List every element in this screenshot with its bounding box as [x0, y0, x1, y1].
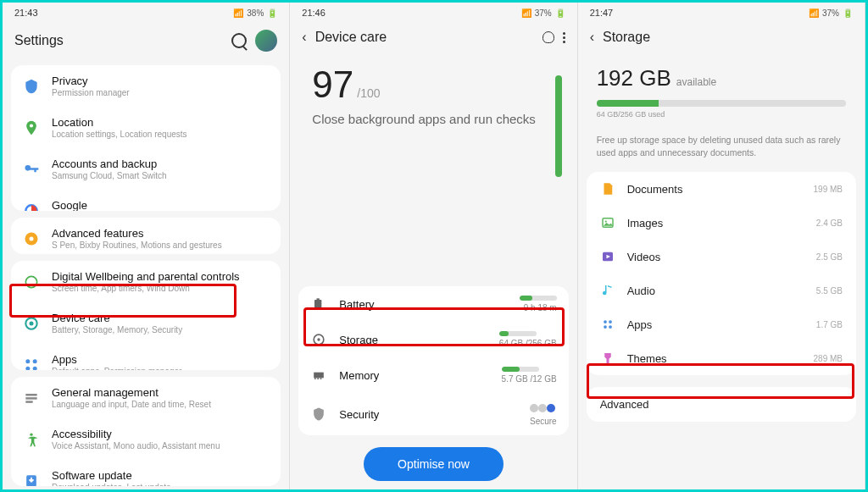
storage-cat-videos[interactable]: Videos2.5 GB [587, 240, 856, 274]
device-care-icon [23, 315, 40, 332]
videos-icon [600, 249, 615, 264]
svg-rect-20 [314, 373, 324, 379]
storage-used-text: 64 GB/256 GB used [597, 110, 846, 119]
svg-point-30 [609, 326, 612, 329]
care-item-battery[interactable]: Battery 9 h 18 m [298, 286, 568, 322]
status-bar: 21:46 📶 37%🔋 [290, 3, 576, 23]
settings-group-2: Advanced featuresS Pen, Bixby Routines, … [11, 218, 281, 254]
clock: 21:47 [590, 8, 614, 18]
storage-cat-audio[interactable]: Audio5.5 GB [587, 274, 856, 307]
storage-header: ‹ Storage [578, 23, 865, 55]
clock: 21:46 [302, 8, 326, 18]
device-care-header: ‹ Device care [290, 23, 576, 55]
settings-item-location[interactable]: LocationLocation settings, Location requ… [11, 107, 281, 148]
page-title: Settings [14, 33, 64, 48]
wellbeing-icon [23, 274, 40, 290]
settings-item-accounts[interactable]: Accounts and backupSamsung Cloud, Smart … [11, 148, 281, 190]
settings-item-google[interactable]: GoogleGoogle settings [11, 190, 281, 211]
settings-header: Settings [3, 23, 289, 62]
svg-point-28 [609, 321, 612, 324]
care-list: Battery 9 h 18 m Storage 64 GB /256 GB M… [298, 286, 568, 435]
settings-item-apps[interactable]: AppsDefault apps, Permission manager [11, 344, 281, 370]
back-icon[interactable]: ‹ [302, 30, 306, 45]
key-icon [23, 161, 40, 178]
storage-icon [310, 331, 327, 348]
score-desc: Close background apps and run checks [312, 111, 554, 128]
more-menu-icon[interactable] [563, 32, 565, 43]
status-bar: 21:47 📶 37%🔋 [578, 3, 865, 23]
status-icons: 📶 37%🔋 [809, 8, 853, 18]
storage-usage-bar [597, 100, 846, 107]
settings-item-device-care[interactable]: Device careBattery, Storage, Memory, Sec… [11, 302, 281, 344]
settings-group-4: General managementLanguage and input, Da… [11, 377, 281, 486]
battery-icon [310, 296, 327, 312]
settings-item-advanced-features[interactable]: Advanced featuresS Pen, Bixby Routines, … [11, 218, 281, 254]
storage-summary: 192 GBavailable 64 GB/256 GB used [578, 55, 865, 125]
settings-group-3: Digital Wellbeing and parental controlsS… [11, 261, 281, 370]
accessibility-icon [23, 431, 40, 448]
item-sub: Permission manager [52, 88, 269, 97]
svg-point-27 [604, 321, 607, 324]
location-icon [23, 119, 40, 136]
storage-categories: Documents199 MB Images2.4 GB Videos2.5 G… [587, 172, 856, 375]
phone-storage: 21:47 📶 37%🔋 ‹ Storage 192 GBavailable 6… [578, 3, 865, 489]
svg-rect-16 [314, 300, 321, 310]
storage-bar [499, 331, 537, 336]
optimise-button[interactable]: Optimise now [364, 447, 504, 481]
back-icon[interactable]: ‹ [590, 30, 594, 45]
memory-bar [502, 367, 539, 372]
status-icons: 📶 38%🔋 [233, 8, 277, 18]
storage-advanced[interactable]: Advanced [587, 387, 856, 422]
svg-rect-22 [318, 378, 320, 379]
storage-cat-themes[interactable]: Themes289 MB [587, 341, 856, 375]
storage-amount: 192 GB [597, 65, 671, 91]
item-label: Privacy [52, 75, 269, 87]
storage-cat-images[interactable]: Images2.4 GB [587, 206, 856, 240]
profile-avatar[interactable] [255, 30, 277, 52]
settings-group-1: PrivacyPermission manager LocationLocati… [11, 65, 281, 211]
svg-rect-13 [25, 401, 32, 403]
apps-icon [23, 357, 40, 371]
security-toggle[interactable] [530, 402, 555, 414]
settings-item-accessibility[interactable]: AccessibilityVoice Assistant, Mono audio… [11, 418, 281, 460]
audio-icon [600, 283, 615, 298]
care-item-memory[interactable]: Memory 5.7 GB /12 GB [298, 357, 568, 393]
settings-item-privacy[interactable]: PrivacyPermission manager [11, 65, 281, 107]
apps-grid-icon [600, 317, 615, 332]
svg-point-4 [25, 276, 36, 287]
clock: 21:43 [14, 8, 38, 18]
privacy-icon [23, 78, 40, 95]
search-icon[interactable] [231, 33, 247, 48]
images-icon [600, 215, 615, 230]
storage-cat-apps[interactable]: Apps1.7 GB [587, 307, 856, 341]
svg-rect-23 [320, 378, 322, 379]
status-icons: 📶 37%🔋 [521, 8, 565, 18]
tips-icon[interactable] [542, 31, 554, 43]
storage-cat-documents[interactable]: Documents199 MB [587, 172, 856, 206]
themes-icon [600, 351, 615, 366]
phone-settings: 21:43 📶 38%🔋 Settings PrivacyPermission … [3, 3, 290, 489]
svg-point-29 [604, 326, 607, 329]
svg-rect-12 [25, 397, 36, 400]
shield-icon [310, 406, 327, 423]
score-max: /100 [357, 86, 380, 100]
score-bar [555, 75, 562, 177]
storage-available-label: available [676, 76, 716, 88]
svg-point-19 [318, 338, 320, 340]
svg-rect-17 [317, 298, 320, 300]
svg-point-0 [30, 124, 33, 127]
svg-point-8 [33, 359, 37, 363]
storage-desc: Free up storage space by deleting unused… [578, 125, 865, 167]
page-title: Storage [603, 30, 650, 45]
battery-bar [520, 296, 557, 301]
documents-icon [600, 181, 615, 196]
care-item-storage[interactable]: Storage 64 GB /256 GB [298, 322, 568, 357]
svg-point-25 [604, 221, 606, 223]
settings-item-software[interactable]: Software updateDownload updates, Last up… [11, 460, 281, 486]
settings-item-general[interactable]: General managementLanguage and input, Da… [11, 377, 281, 418]
care-item-security[interactable]: Security Secure [298, 393, 568, 435]
status-bar: 21:43 📶 38%🔋 [3, 3, 289, 23]
settings-item-wellbeing[interactable]: Digital Wellbeing and parental controlsS… [11, 261, 281, 302]
download-icon [23, 473, 40, 487]
general-icon [23, 390, 40, 406]
